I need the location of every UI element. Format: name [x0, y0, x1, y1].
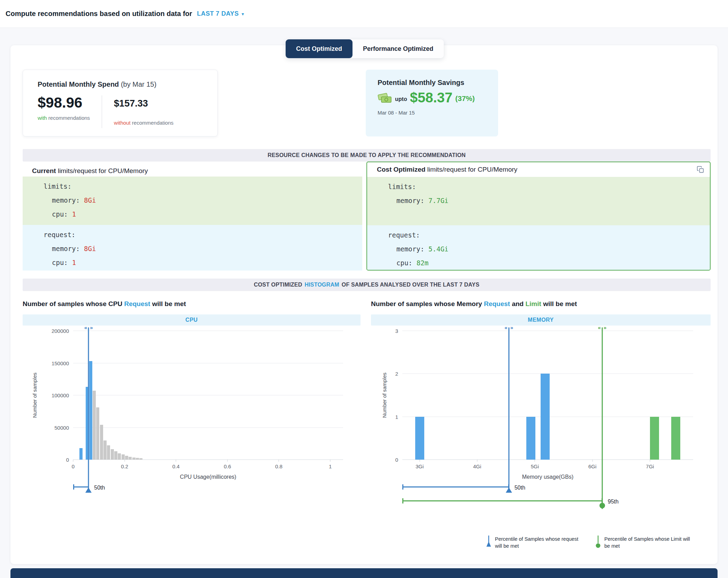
code-line: memory:5.4Gi: [388, 242, 710, 256]
code-line: limits:: [44, 179, 362, 193]
gridline: [73, 331, 343, 331]
legend-item-request: Percentile of Samples whose request will…: [486, 536, 583, 550]
savings-upto: upto: [395, 96, 407, 104]
optimized-box-header: Cost Optimized limits/request for CPU/Me…: [367, 162, 710, 177]
drag-handle-icon[interactable]: «»: [598, 325, 606, 330]
histogram-section-header: COST OPTIMIZED HISTOGRAM OF SAMPLES ANAL…: [23, 279, 711, 291]
percentile-legend: Percentile of Samples whose request will…: [486, 536, 693, 550]
x-tick-label: 4Gi: [473, 463, 481, 469]
code-line: cpu:82m: [388, 256, 710, 270]
page-header: Compute recommendations based on utiliza…: [0, 0, 728, 28]
x-tick-label: 0.8: [275, 463, 282, 469]
x-tick-label: 0: [72, 463, 75, 469]
money-icon: [378, 92, 392, 104]
savings-percent: (37%): [455, 94, 475, 104]
chevron-down-icon: ▾: [241, 11, 244, 17]
x-tick-label: 1: [329, 463, 332, 469]
view-tabs: Cost Optimized Performance Optimized: [286, 39, 444, 58]
next-section-bar: [10, 568, 718, 578]
memory-y-axis-label: Number of samples: [381, 373, 387, 418]
histogram-bar: [103, 440, 107, 460]
savings-amount: $58.37: [410, 91, 452, 104]
cpu-x-axis-label: CPU Usage(millicores): [73, 474, 343, 480]
percentile-slider[interactable]: [402, 500, 602, 501]
period-dropdown[interactable]: LAST 7 DAYS ▾: [197, 10, 244, 17]
y-tick-label: 2: [395, 371, 398, 377]
percentile-label: 95th: [608, 499, 619, 505]
x-tick-mark: [176, 460, 176, 462]
page-title: Compute recommendations based on utiliza…: [6, 10, 192, 18]
y-tick-label: 100000: [52, 392, 69, 398]
histogram-bar: [89, 361, 92, 460]
x-tick-label: 0.4: [172, 463, 180, 469]
current-request-block: request: memory:8Gi cpu:1: [23, 225, 362, 271]
tab-cost-optimized[interactable]: Cost Optimized: [286, 39, 353, 58]
spend-without-value: $157.33: [114, 99, 173, 108]
y-tick-label: 200000: [52, 328, 69, 334]
memory-plot-area[interactable]: 01233Gi4Gi5Gi6Gi7Gi«»«»50th95th: [402, 331, 693, 460]
current-limits-block: limits: memory:8Gi cpu:1: [23, 177, 362, 225]
percentile-ref-line[interactable]: [88, 327, 89, 492]
cpu-y-axis-label: Number of samples: [32, 373, 38, 418]
tab-performance-optimized[interactable]: Performance Optimized: [353, 39, 444, 58]
y-tick-label: 150000: [52, 360, 69, 366]
x-tick-mark: [124, 460, 125, 462]
cpu-chart-title: CPU: [23, 314, 361, 326]
x-tick-label: 0.6: [224, 463, 231, 469]
histogram-link[interactable]: HISTOGRAM: [304, 282, 339, 288]
memory-chart-caption: Number of samples whose Memory Request a…: [371, 300, 577, 308]
histogram-bar: [129, 457, 132, 460]
savings-value-row: upto $58.37 (37%): [378, 91, 486, 104]
x-tick-mark: [227, 460, 227, 462]
code-line: limits:: [388, 180, 710, 194]
spend-with-value: $98.96: [38, 95, 90, 110]
savings-card-title: Potential Monthly Savings: [378, 79, 486, 87]
period-dropdown-label: LAST 7 DAYS: [197, 10, 239, 17]
percentile-slider[interactable]: [73, 486, 88, 487]
memory-chart-title: MEMORY: [371, 314, 711, 326]
copy-icon[interactable]: [697, 166, 704, 173]
gridline: [73, 363, 343, 363]
histogram-bar: [114, 451, 117, 460]
percentile-ref-line[interactable]: [508, 327, 509, 492]
y-tick-label: 3: [395, 328, 398, 334]
code-line: memory:7.7Gi: [388, 194, 710, 208]
potential-monthly-spend-card: Potential Monthly Spend (by Mar 15) $98.…: [23, 70, 218, 136]
x-tick-label: 7Gi: [646, 463, 654, 469]
optimized-request-block: request: memory:5.4Gi cpu:82m: [367, 225, 710, 270]
x-tick-mark: [535, 460, 535, 462]
memory-x-axis-label: Memory usage(GBs): [402, 474, 693, 480]
resource-changes-header: RESOURCE CHANGES TO BE MADE TO APPLY THE…: [23, 149, 711, 162]
histogram-bar: [136, 458, 139, 460]
x-tick-mark: [279, 460, 279, 462]
memory-histogram: Number of samples 01233Gi4Gi5Gi6Gi7Gi«»«…: [371, 326, 711, 525]
histogram-bar: [79, 448, 83, 460]
spend-with-recommendations: $98.96 with recommendations: [38, 95, 90, 128]
x-tick-mark: [477, 460, 477, 462]
optimized-column-title: Cost Optimized limits/request for CPU/Me…: [377, 166, 517, 173]
spend-with-label: with recommendations: [38, 115, 90, 121]
x-tick-mark: [650, 460, 650, 462]
percentile-label: 50th: [94, 485, 105, 491]
potential-monthly-savings-card: Potential Monthly Savings upto $58.37 (3…: [366, 70, 498, 136]
histogram-bar: [107, 445, 110, 460]
histogram-bar: [118, 453, 121, 460]
cpu-plot-area[interactable]: 05000010000015000020000000.20.40.60.81«»…: [73, 331, 343, 460]
x-tick-label: 6Gi: [588, 463, 596, 469]
drag-handle-icon[interactable]: «»: [84, 325, 93, 330]
histogram-bar: [541, 374, 550, 460]
spend-card-title: Potential Monthly Spend (by Mar 15): [38, 80, 203, 88]
histogram-bar: [93, 391, 96, 460]
y-tick-label: 1: [395, 414, 398, 420]
code-line: cpu:1: [44, 207, 362, 221]
spend-values: $98.96 with recommendations $157.33 with…: [38, 95, 203, 128]
histogram-bar: [650, 417, 659, 460]
drag-handle-icon[interactable]: «»: [505, 325, 513, 330]
percentile-slider[interactable]: [402, 486, 509, 487]
y-tick-label: 50000: [54, 424, 69, 430]
legend-item-limit: Percentile of Samples whose Limit will b…: [595, 536, 693, 550]
code-line: request:: [44, 228, 362, 242]
percentile-ref-line[interactable]: [602, 327, 603, 509]
percentile-label: 50th: [514, 485, 525, 491]
histogram-bar: [526, 417, 535, 460]
